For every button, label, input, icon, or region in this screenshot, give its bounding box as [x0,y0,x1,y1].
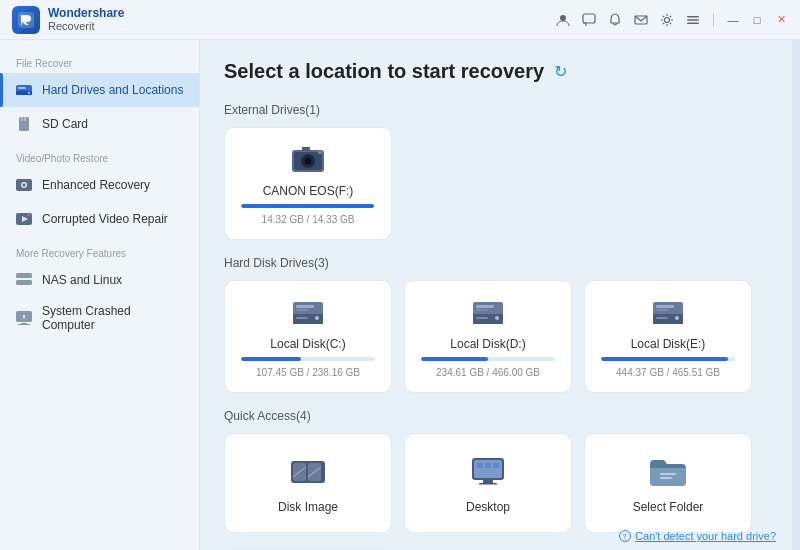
svg-point-10 [28,92,30,94]
svg-point-22 [29,282,31,284]
user-icon[interactable] [555,12,571,28]
quick-access-row: Disk Image Desktop [224,433,768,533]
svg-point-26 [23,317,25,319]
sidebar-item-hard-drives[interactable]: Hard Drives and Locations [0,73,199,107]
corrupted-video-icon [14,209,34,229]
svg-point-44 [495,316,499,320]
menu-icon[interactable] [685,12,701,28]
drive-card-e[interactable]: Local Disk(E:) 444.37 GB / 465.51 GB [584,280,752,393]
local-disk-d-bar [421,357,488,361]
refresh-icon[interactable]: ↻ [554,62,567,81]
sidebar-item-sd-card[interactable]: SD Card [0,107,199,141]
hdd-icon [14,80,34,100]
camera-icon [290,142,326,178]
external-drives-row: CANON EOS(F:) 14.32 GB / 14.33 GB [224,127,768,240]
app-logo [12,6,40,34]
sidebar-item-enhanced-recovery-label: Enhanced Recovery [42,178,150,192]
close-button[interactable]: ✕ [774,13,788,27]
folder-icon [648,452,688,492]
titlebar: Wondershare Recoverit — □ ✕ [0,0,800,40]
local-disk-e-bar-container [601,357,735,361]
local-disk-e-name: Local Disk(E:) [631,337,706,351]
disk-image-icon [288,452,328,492]
sidebar-item-nas-linux[interactable]: NAS and Linux [0,263,199,297]
minimize-button[interactable]: — [726,13,740,27]
svg-rect-32 [302,147,310,151]
quick-card-select-folder[interactable]: Select Folder [584,433,752,533]
svg-rect-43 [476,309,488,311]
svg-rect-39 [296,317,308,319]
canon-size: 14.32 GB / 14.33 GB [262,214,355,225]
svg-rect-42 [476,305,494,308]
svg-text:?: ? [623,533,627,540]
divider [713,13,714,27]
quick-card-desktop[interactable]: Desktop [404,433,572,533]
svg-point-31 [305,158,311,164]
maximize-button[interactable]: □ [750,13,764,27]
svg-rect-45 [476,317,488,319]
titlebar-icons: — □ ✕ [555,12,788,28]
desktop-icon [468,452,508,492]
sidebar-item-system-crashed[interactable]: System Crashed Computer [0,297,199,339]
local-disk-d-icon [470,295,506,331]
drive-card-canon[interactable]: CANON EOS(F:) 14.32 GB / 14.33 GB [224,127,392,240]
chat-icon[interactable] [581,12,597,28]
mail-icon[interactable] [633,12,649,28]
svg-rect-59 [477,463,483,468]
canon-bar [241,204,374,208]
svg-rect-33 [318,151,322,154]
svg-rect-37 [296,309,308,311]
quick-access-label: Quick Access(4) [224,409,768,423]
svg-point-50 [675,316,679,320]
content-header: Select a location to start recovery ↻ [224,60,768,83]
sidebar-item-system-crashed-label: System Crashed Computer [42,304,185,332]
main-content: Select a location to start recovery ↻ Ex… [200,40,792,550]
svg-rect-6 [687,19,699,21]
external-drives-label: External Drives(1) [224,103,768,117]
svg-rect-11 [18,87,26,89]
sidebar-item-sd-card-label: SD Card [42,117,88,131]
svg-rect-13 [21,117,23,121]
local-disk-c-name: Local Disk(C:) [270,337,345,351]
disk-image-label: Disk Image [278,500,338,514]
drive-card-c-inner: Local Disk(C:) 107.45 GB / 238.16 GB [241,295,375,378]
svg-point-4 [665,17,670,22]
svg-rect-58 [479,483,497,485]
main-layout: File Recover Hard Drives and Locations [0,40,800,550]
sidebar-item-nas-linux-label: NAS and Linux [42,273,122,287]
sidebar-section-more: More Recovery Features [0,242,199,263]
canon-drive-name: CANON EOS(F:) [263,184,354,198]
sidebar-item-corrupted-video-label: Corrupted Video Repair [42,212,168,226]
cant-detect-link[interactable]: ? Can't detect your hard drive? [619,530,776,542]
svg-rect-14 [24,117,26,121]
enhanced-recovery-icon [14,175,34,195]
quick-card-disk-image[interactable]: Disk Image [224,433,392,533]
local-disk-c-icon [290,295,326,331]
sidebar-item-hard-drives-label: Hard Drives and Locations [42,83,183,97]
local-disk-e-icon [650,295,686,331]
svg-rect-61 [493,463,499,468]
svg-rect-25 [18,324,30,325]
svg-rect-62 [660,473,676,475]
sidebar-item-corrupted-video[interactable]: Corrupted Video Repair [0,202,199,236]
drive-card-d[interactable]: Local Disk(D:) 234.61 GB / 466.00 GB [404,280,572,393]
sidebar-item-enhanced-recovery[interactable]: Enhanced Recovery [0,168,199,202]
settings-icon[interactable] [659,12,675,28]
svg-rect-49 [656,309,668,311]
svg-point-38 [315,316,319,320]
desktop-label: Desktop [466,500,510,514]
local-disk-d-size: 234.61 GB / 466.00 GB [436,367,540,378]
svg-point-17 [23,184,26,187]
local-disk-d-bar-container [421,357,555,361]
local-disk-e-bar [601,357,728,361]
hdd-label: Hard Disk Drives(3) [224,256,768,270]
bell-icon[interactable] [607,12,623,28]
hdd-row: Local Disk(C:) 107.45 GB / 238.16 GB [224,280,768,393]
sidebar-section-video-photo: Video/Photo Restore [0,147,199,168]
local-disk-c-bar-container [241,357,375,361]
drive-card-e-inner: Local Disk(E:) 444.37 GB / 465.51 GB [601,295,735,378]
drive-card-c[interactable]: Local Disk(C:) 107.45 GB / 238.16 GB [224,280,392,393]
local-disk-d-name: Local Disk(D:) [450,337,525,351]
drive-card-d-inner: Local Disk(D:) 234.61 GB / 466.00 GB [421,295,555,378]
sidebar-section-file-recover: File Recover [0,52,199,73]
